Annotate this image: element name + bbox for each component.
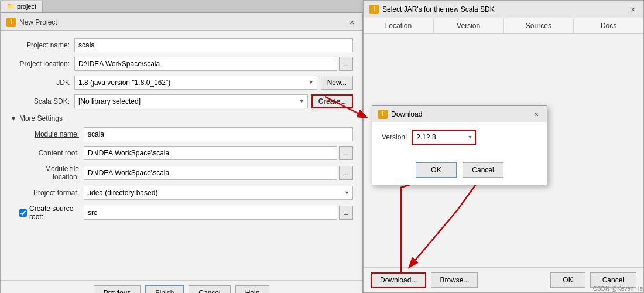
jar-dialog-title: Select JAR's for the new Scala SDK [382, 5, 495, 13]
module-file-input[interactable] [84, 166, 337, 180]
jar-download-btn[interactable]: Download... [371, 272, 426, 288]
content-root-row: Content root: ... [19, 146, 353, 160]
more-settings-chevron: ▼ [10, 114, 17, 122]
module-file-browse-btn[interactable]: ... [339, 166, 353, 180]
new-project-cancel-btn[interactable]: Cancel [189, 285, 230, 293]
scala-sdk-select-wrapper: [No library selected] [74, 94, 308, 108]
new-project-dialog: I New Project × Project name: Project lo… [0, 13, 363, 293]
col-sources[interactable]: Sources [504, 18, 574, 33]
download-titlebar: I Download × [372, 106, 547, 122]
create-source-browse-btn[interactable]: ... [339, 206, 353, 220]
content-root-input[interactable] [84, 146, 337, 160]
jdk-label: JDK [10, 79, 74, 87]
jdk-select-wrapper: 1.8 (java version "1.8.0_162") [74, 76, 317, 90]
download-content: Version: 2.12.8 2.13.0 2.11.12 2.10.7 [372, 122, 547, 160]
scala-sdk-row: Scala SDK: [No library selected] Create.… [10, 94, 353, 108]
jar-dialog-titlebar: I Select JAR's for the new Scala SDK × [364, 1, 643, 18]
project-name-input[interactable] [74, 38, 353, 52]
download-title-left: I Download [378, 110, 422, 119]
intellij-icon: I [6, 18, 16, 27]
module-name-label: Module name: [19, 130, 84, 138]
project-icon: 📁 [6, 2, 15, 10]
col-docs[interactable]: Docs [574, 18, 643, 33]
create-source-checkbox[interactable] [19, 209, 27, 217]
version-row: Version: 2.12.8 2.13.0 2.11.12 2.10.7 [382, 130, 537, 145]
project-name-label: Project name: [10, 41, 74, 49]
content-root-browse-btn[interactable]: ... [339, 146, 353, 160]
titlebar-left: I New Project [6, 18, 57, 27]
project-location-input[interactable] [74, 57, 337, 71]
col-version[interactable]: Version [434, 18, 504, 33]
taskbar-tab[interactable]: 📁 project [0, 1, 43, 12]
previous-btn[interactable]: Previous [94, 285, 141, 293]
scala-sdk-select[interactable]: [No library selected] [74, 94, 308, 108]
version-select-wrapper: 2.12.8 2.13.0 2.11.12 2.10.7 [412, 130, 476, 145]
download-icon: I [378, 110, 388, 119]
module-name-row: Module name: [19, 127, 353, 141]
more-settings-content: Module name: Content root: ... Module fi… [10, 127, 353, 221]
jdk-new-btn[interactable]: New... [321, 76, 353, 90]
module-file-label: Module file location: [19, 165, 84, 181]
new-project-content: Project name: Project location: ... JDK … [1, 31, 362, 280]
jar-browse-btn[interactable]: Browse... [431, 272, 478, 288]
project-location-row: Project location: ... [10, 57, 353, 71]
more-settings-header[interactable]: ▼ More Settings [10, 114, 353, 122]
more-settings-section: ▼ More Settings Module name: Content roo… [10, 114, 353, 221]
download-title: Download [391, 110, 422, 118]
new-project-title: New Project [19, 18, 57, 26]
jar-columns: Location Version Sources Docs [364, 18, 643, 34]
more-settings-label: More Settings [19, 114, 63, 122]
watermark: CSDN @Keven He [593, 285, 643, 292]
jdk-row: JDK 1.8 (java version "1.8.0_162") New..… [10, 76, 353, 90]
module-name-input[interactable] [84, 127, 353, 141]
download-dialog: I Download × Version: 2.12.8 2.13.0 2.11… [372, 105, 547, 185]
jar-titlebar-left: I Select JAR's for the new Scala SDK [369, 5, 495, 14]
scala-sdk-label: Scala SDK: [10, 97, 74, 105]
project-name-row: Project name: [10, 38, 353, 52]
download-close-btn[interactable]: × [532, 110, 541, 119]
new-project-titlebar: I New Project × [1, 13, 362, 31]
create-btn[interactable]: Create... [311, 94, 353, 108]
finish-btn[interactable]: Finish [145, 285, 184, 293]
create-source-input[interactable] [84, 206, 337, 220]
create-source-row: Create source root: ... [19, 205, 353, 221]
jar-ok-btn[interactable]: OK [550, 272, 585, 288]
project-format-select-wrapper: .idea (directory based) [84, 186, 353, 200]
col-location[interactable]: Location [364, 18, 434, 33]
project-location-browse-btn[interactable]: ... [339, 57, 353, 71]
download-cancel-btn[interactable]: Cancel [463, 162, 503, 178]
version-select[interactable]: 2.12.8 2.13.0 2.11.12 2.10.7 [412, 130, 476, 145]
download-footer: OK Cancel [372, 160, 547, 185]
project-location-label: Project location: [10, 60, 74, 68]
create-source-label: Create source root: [29, 205, 79, 221]
new-project-close-btn[interactable]: × [347, 18, 357, 27]
project-format-select[interactable]: .idea (directory based) [84, 186, 353, 200]
project-format-label: Project format: [19, 189, 84, 197]
project-format-row: Project format: .idea (directory based) [19, 186, 353, 200]
help-btn[interactable]: Help [235, 285, 270, 293]
jdk-select[interactable]: 1.8 (java version "1.8.0_162") [74, 76, 317, 90]
content-root-label: Content root: [19, 149, 84, 157]
module-file-row: Module file location: ... [19, 165, 353, 181]
create-source-checkbox-container: Create source root: [19, 205, 84, 221]
taskbar: 📁 project [0, 0, 363, 13]
download-ok-btn[interactable]: OK [416, 162, 457, 178]
new-project-footer: Previous Finish Cancel Help [1, 280, 362, 293]
version-label: Version: [382, 133, 407, 141]
taskbar-tab-label: project [17, 3, 36, 10]
jar-intellij-icon: I [369, 5, 379, 14]
jar-dialog-close-btn[interactable]: × [628, 5, 638, 14]
